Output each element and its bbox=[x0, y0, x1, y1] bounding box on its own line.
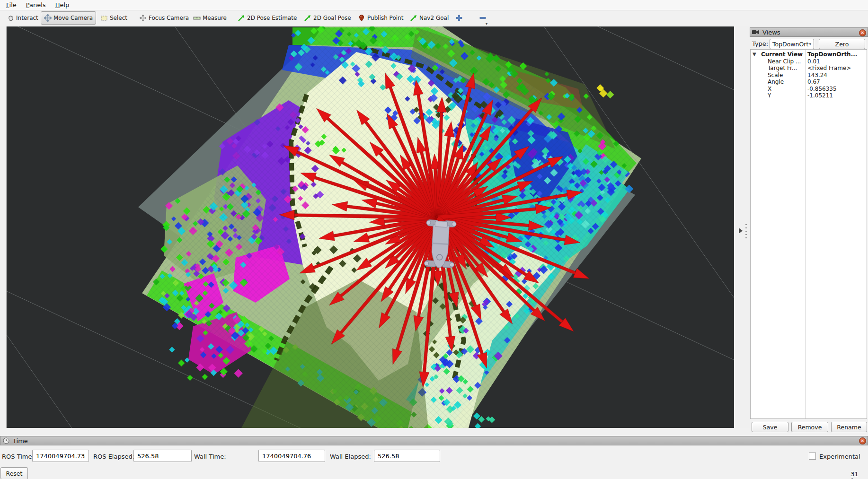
time-panel-header[interactable]: Time ✕ bbox=[0, 436, 868, 445]
toolbar-overflow-arrow[interactable]: ▾ bbox=[486, 22, 487, 26]
left-panel-strip[interactable] bbox=[0, 26, 7, 428]
menu-help[interactable]: Help bbox=[51, 1, 74, 9]
views-panel-header[interactable]: Views ✕ bbox=[750, 27, 868, 37]
tree-row-scale[interactable]: Scale 143.24 bbox=[751, 72, 867, 79]
move-arrows-icon bbox=[44, 14, 52, 22]
toolbar: Interact Move Camera Select Focus Camera… bbox=[0, 10, 868, 27]
tree-row-x[interactable]: X -0.856335 bbox=[751, 86, 867, 93]
tool-2d-pose-estimate[interactable]: 2D Pose Estimate bbox=[235, 12, 300, 24]
selection-box-icon bbox=[100, 14, 108, 22]
views-panel: Views ✕ Type: TopDownOrth ▾ Zero ▼ Curre… bbox=[750, 26, 868, 435]
tool-nav2-goal[interactable]: Nav2 Goal bbox=[407, 12, 452, 24]
green-arrow-icon bbox=[238, 14, 245, 22]
ruler-icon bbox=[193, 14, 201, 22]
ros-time-input[interactable] bbox=[32, 450, 89, 462]
tool-add-button[interactable] bbox=[452, 12, 466, 24]
tool-select[interactable]: Select bbox=[97, 12, 130, 24]
tree-column-divider[interactable] bbox=[805, 50, 806, 418]
rviz-window: File Panels Help Interact Move Camera Se… bbox=[0, 0, 868, 479]
menu-bar: File Panels Help bbox=[0, 0, 868, 10]
ros-time-label: ROS Time: bbox=[2, 453, 34, 460]
plus-icon bbox=[455, 14, 463, 22]
view-type-dropdown[interactable]: TopDownOrth ▾ bbox=[770, 39, 814, 49]
minus-icon bbox=[479, 14, 487, 22]
wall-elapsed-input[interactable] bbox=[374, 450, 440, 462]
close-icon[interactable]: ✕ bbox=[859, 29, 866, 36]
clock-icon bbox=[3, 437, 9, 444]
tool-publish-point[interactable]: Publish Point bbox=[355, 12, 406, 24]
views-tree: ▼ Current View TopDownOrth... Near Clip … bbox=[750, 49, 867, 419]
tool-measure[interactable]: Measure bbox=[190, 12, 230, 24]
tree-row-target-frame[interactable]: Target Fr... <Fixed Frame> bbox=[751, 65, 867, 72]
tool-2d-goal-pose[interactable]: 2D Goal Pose bbox=[301, 12, 354, 24]
close-icon[interactable]: ✕ bbox=[859, 437, 866, 444]
expand-arrow-icon[interactable] bbox=[739, 228, 743, 234]
green-arrow-icon bbox=[410, 14, 417, 22]
chevron-down-icon: ▾ bbox=[809, 42, 811, 46]
remove-button[interactable]: Remove bbox=[791, 422, 828, 432]
wall-time-input[interactable] bbox=[258, 450, 325, 462]
focus-crosshair-icon bbox=[139, 14, 147, 22]
type-label: Type: bbox=[752, 40, 768, 47]
reset-button[interactable]: Reset bbox=[0, 467, 28, 479]
camera-icon bbox=[752, 29, 760, 35]
tool-focus-camera[interactable]: Focus Camera bbox=[136, 12, 192, 24]
panel-splitter[interactable] bbox=[734, 26, 750, 428]
splitter-handle[interactable] bbox=[745, 224, 747, 240]
tree-row-angle[interactable]: Angle 0.67 bbox=[751, 78, 867, 86]
tool-interact[interactable]: Interact bbox=[4, 12, 41, 24]
rename-button[interactable]: Rename bbox=[831, 422, 867, 432]
ros-elapsed-label: ROS Elapsed: bbox=[93, 453, 134, 460]
menu-panels[interactable]: Panels bbox=[22, 1, 50, 9]
tree-row-y[interactable]: Y -1.05211 bbox=[751, 92, 867, 99]
experimental-checkbox[interactable] bbox=[809, 453, 816, 460]
green-arrow-icon bbox=[304, 14, 311, 22]
fps-counter: 31 fps bbox=[850, 470, 868, 479]
time-panel: Time ✕ ROS Time: ROS Elapsed: Wall Time:… bbox=[0, 436, 868, 479]
tool-move-camera[interactable]: Move Camera bbox=[41, 11, 96, 25]
tree-row-near-clip[interactable]: Near Clip ... 0.01 bbox=[751, 58, 867, 65]
hand-icon bbox=[7, 14, 14, 22]
ros-elapsed-input[interactable] bbox=[133, 450, 192, 462]
save-button[interactable]: Save bbox=[752, 422, 788, 432]
zero-button[interactable]: Zero bbox=[819, 39, 865, 49]
render-viewport-3d[interactable] bbox=[7, 26, 734, 428]
expander-triangle-icon[interactable]: ▼ bbox=[753, 51, 756, 58]
views-panel-title: Views bbox=[762, 29, 780, 36]
menu-file[interactable]: File bbox=[2, 1, 21, 9]
wall-elapsed-label: Wall Elapsed: bbox=[330, 453, 371, 460]
time-panel-title: Time bbox=[13, 437, 28, 444]
map-pin-icon bbox=[358, 14, 365, 22]
wall-time-label: Wall Time: bbox=[194, 453, 226, 460]
tree-row-current-view[interactable]: ▼ Current View TopDownOrth... bbox=[751, 51, 867, 58]
experimental-label: Experimental bbox=[819, 453, 860, 460]
